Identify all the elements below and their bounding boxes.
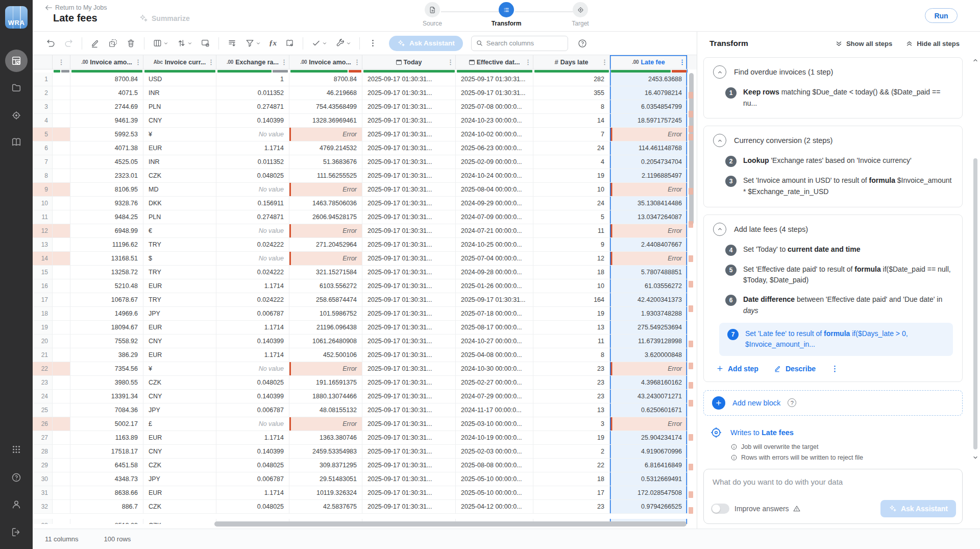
table-row[interactable]: 271163.89EUR1.17141363.3807462025-09-17 … [33,431,697,445]
cell-sliver[interactable] [53,197,70,210]
row-number[interactable]: 30 [33,472,53,486]
cell-amount[interactable]: 5210.48 [70,279,143,293]
cell-effective[interactable]: 2024-07-21 00:00:0... [456,224,533,238]
row-number[interactable]: 26 [33,417,53,431]
cell-days[interactable]: 10 [533,279,610,293]
sidebar-item-help[interactable] [0,466,33,489]
cell-today[interactable]: 2025-09-17 01:30:31... [362,362,456,376]
cell-amount[interactable]: 6451.58 [70,459,143,472]
table-row[interactable]: 1710678.67TRY0.024222258.658744742025-09… [33,293,697,307]
cell-usd[interactable]: 309.8371295 [289,459,362,472]
columns-menu-button[interactable] [153,38,168,48]
cell-fee[interactable]: 275.549253694 [610,321,688,335]
cell-effective[interactable]: 2025-06-23 00:00:0... [456,141,533,155]
cell-days[interactable]: 23 [533,390,610,403]
help-icon[interactable]: ? [788,398,796,407]
row-number[interactable]: 2 [33,86,53,100]
cell-sliver[interactable] [53,431,70,445]
cell-rate[interactable]: 0.048025 [216,459,289,472]
block-more-options-button[interactable]: ⋮ [831,364,839,373]
table-row[interactable]: 82323.01CZK0.048025111.562555252025-09-1… [33,169,697,183]
cell-effective[interactable]: 2025-02-09 00:00:0... [456,155,533,169]
cell-fee[interactable]: Error [610,128,688,141]
search-columns-input[interactable] [486,39,558,47]
row-number[interactable]: 24 [33,390,53,403]
cell-sliver[interactable] [53,321,70,335]
sort-menu-button[interactable] [177,38,192,48]
table-row[interactable]: 304348.73JPY0.00678729.514830512025-09-1… [33,472,697,486]
column-header-fee[interactable]: .00Late fee⋮ [610,55,688,69]
cell-usd[interactable]: 754.43568499 [289,100,362,114]
row-number[interactable]: 9 [33,183,53,197]
cell-amount[interactable]: 8106.95 [70,183,143,197]
cell-amount[interactable]: 9484.25 [70,210,143,224]
cell-currency[interactable]: EUR [143,279,216,293]
tools-menu-button[interactable] [335,38,351,48]
panel-scrollbar-thumb[interactable] [973,158,977,449]
cell-amount[interactable]: 7558.92 [70,335,143,348]
row-number[interactable]: 6 [33,141,53,155]
cell-sliver[interactable] [53,169,70,183]
cell-usd[interactable]: 101.5986752 [289,307,362,321]
cell-sliver[interactable] [53,390,70,403]
cell-rate[interactable]: 0.156911 [216,197,289,210]
row-number[interactable]: 7 [33,155,53,169]
row-number[interactable]: 29 [33,459,53,472]
table-row[interactable]: 1311196.62TRY0.024222271.204529642025-09… [33,238,697,252]
cell-amount[interactable]: 2323.01 [70,169,143,183]
cell-days[interactable]: 19 [533,169,610,183]
cell-today[interactable]: 2025-09-17 01:30:31... [362,128,456,141]
table-row[interactable]: 49461.39CNY0.1403991328.369694612025-09-… [33,114,697,128]
toolbar-help-icon[interactable] [577,38,587,49]
row-number[interactable]: 31 [33,486,53,500]
cell-rate[interactable]: 0.048025 [216,376,289,390]
cell-today[interactable]: 2025-09-17 01:30:31... [362,293,456,307]
cell-days[interactable]: 24 [533,197,610,210]
table-row[interactable]: 74525.05INR0.01135251.36836762025-09-17 … [33,155,697,169]
cell-effective[interactable]: 2025-04-08 00:00:0... [456,348,533,362]
cell-currency[interactable]: £ [143,417,216,431]
column-visibility-button[interactable] [201,38,210,48]
cell-usd[interactable]: 51.3683676 [289,155,362,169]
collapse-chevron-icon[interactable] [713,223,726,236]
cell-today[interactable]: 2025-09-17 01:30:31... [362,155,456,169]
column-menu-icon[interactable]: ⋮ [58,59,65,65]
row-number[interactable]: 10 [33,197,53,210]
cell-today[interactable]: 2025-09-17 01:30:31... [362,238,456,252]
table-row[interactable]: 126948.99€No valueError2025-09-17 01:30:… [33,224,697,238]
cell-sliver[interactable] [53,86,70,100]
cell-fee[interactable]: Error [610,362,688,376]
cell-effective[interactable]: 2025-09-17 01:30:31... [456,293,533,307]
table-row[interactable]: 2817518.17CNY0.1403992459.533549832025-0… [33,445,697,459]
cell-amount[interactable]: 13168.51 [70,252,143,266]
cell-sliver[interactable] [53,279,70,293]
cell-rate[interactable]: 0.274871 [216,210,289,224]
cell-amount[interactable]: 10678.67 [70,293,143,307]
column-menu-icon[interactable]: ⋮ [525,59,531,65]
row-number[interactable]: 16 [33,279,53,293]
cell-amount[interactable]: 7084.36 [70,403,143,417]
cell-currency[interactable]: TRY [143,293,216,307]
cell-currency[interactable]: TRY [143,266,216,279]
cell-rate[interactable]: 0.011352 [216,155,289,169]
cell-amount[interactable]: 9328.76 [70,197,143,210]
cell-days[interactable]: 22 [533,459,610,472]
cell-sliver[interactable] [53,348,70,362]
cell-currency[interactable]: EUR [143,348,216,362]
cell-usd[interactable]: 21196.096438 [289,321,362,335]
cell-days[interactable]: 11 [533,224,610,238]
cell-currency[interactable]: CZK [143,459,216,472]
row-number[interactable]: 14 [33,252,53,266]
cell-fee[interactable]: Error [610,417,688,431]
cell-amount[interactable]: 386.29 [70,348,143,362]
cell-currency[interactable]: JPY [143,307,216,321]
cell-usd[interactable]: Error [289,252,362,266]
column-header-currency[interactable]: AbcInvoice curr...⋮ [143,55,216,69]
cell-today[interactable]: 2025-09-17 01:30:31... [362,224,456,238]
cell-fee[interactable]: 0.6250601671 [610,403,688,417]
cell-rate[interactable]: 1.1714 [216,141,289,155]
cell-today[interactable]: 2025-09-17 01:30:31... [362,417,456,431]
cell-effective[interactable]: 2025-07-04 00:00:0... [456,252,533,266]
add-new-block-button[interactable]: Add new block? [703,390,963,416]
cell-usd[interactable]: Error [289,417,362,431]
